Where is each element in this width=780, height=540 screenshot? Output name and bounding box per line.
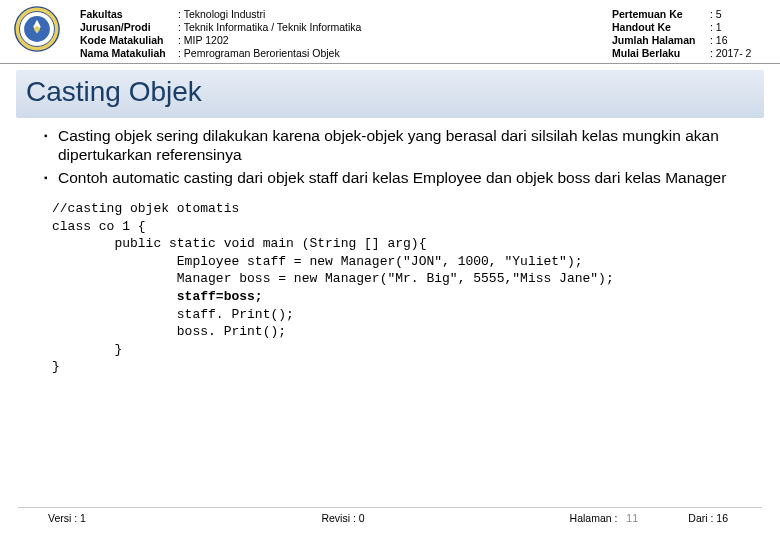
code-line: class co 1 { — [52, 219, 146, 234]
code-line: boss. Print(); — [52, 324, 286, 339]
value-pertemuan: : 5 — [710, 8, 760, 21]
footer-halaman-label: Halaman : — [570, 512, 618, 524]
label-jurusan: Jurusan/Prodi — [80, 21, 170, 34]
label-nama: Nama Matakuliah — [80, 47, 170, 60]
header-metadata: Fakultas Jurusan/Prodi Kode Matakuliah N… — [80, 6, 760, 61]
value-handout: : 1 — [710, 21, 760, 34]
bullet-marker: ▪ — [44, 168, 58, 188]
label-mulai: Mulai Berlaku — [612, 47, 702, 60]
value-fakultas: : Teknologi Industri — [178, 8, 604, 21]
code-line: Manager boss = new Manager("Mr. Big", 55… — [52, 271, 614, 286]
code-block: //casting objek otomatis class co 1 { pu… — [52, 200, 750, 375]
institution-logo — [14, 6, 60, 52]
value-jumlah: : 16 — [710, 34, 760, 47]
bullet-text: Contoh automatic casting dari objek staf… — [58, 168, 726, 188]
slide-content: ▪ Casting objek sering dilakukan karena … — [0, 122, 780, 376]
value-nama: : Pemrograman Berorientasi Objek — [178, 47, 604, 60]
label-handout: Handout Ke — [612, 21, 702, 34]
code-line-bold: staff=boss; — [52, 289, 263, 304]
code-line: staff. Print(); — [52, 307, 294, 322]
bullet-text: Casting objek sering dilakukan karena ob… — [58, 126, 750, 165]
document-header: Fakultas Jurusan/Prodi Kode Matakuliah N… — [0, 0, 780, 64]
label-kode: Kode Matakuliah — [80, 34, 170, 47]
slide-title-bar: Casting Objek — [16, 70, 764, 118]
label-fakultas: Fakultas — [80, 8, 170, 21]
label-pertemuan: Pertemuan Ke — [612, 8, 702, 21]
footer-dari: Dari : 16 — [668, 512, 728, 524]
document-footer: Versi : 1 Revisi : 0 Halaman : 11 Dari :… — [18, 507, 762, 524]
code-line: Employee staff = new Manager("JON", 1000… — [52, 254, 583, 269]
code-line: } — [52, 342, 122, 357]
label-jumlah: Jumlah Halaman — [612, 34, 702, 47]
footer-page-number: 11 — [626, 512, 638, 524]
bullet-item: ▪ Casting objek sering dilakukan karena … — [44, 126, 750, 165]
svg-point-3 — [34, 26, 40, 32]
slide-title: Casting Objek — [26, 76, 202, 107]
value-jurusan: : Teknik Informatika / Teknik Informatik… — [178, 21, 604, 34]
value-kode: : MIP 1202 — [178, 34, 604, 47]
value-mulai: : 2017- 2 — [710, 47, 760, 60]
code-line: public static void main (String [] arg){ — [52, 236, 426, 251]
code-line: } — [52, 359, 60, 374]
footer-revisi: Revisi : 0 — [245, 512, 442, 524]
bullet-marker: ▪ — [44, 126, 58, 165]
footer-versi: Versi : 1 — [48, 512, 245, 524]
bullet-item: ▪ Contoh automatic casting dari objek st… — [44, 168, 750, 188]
code-line: //casting objek otomatis — [52, 201, 239, 216]
